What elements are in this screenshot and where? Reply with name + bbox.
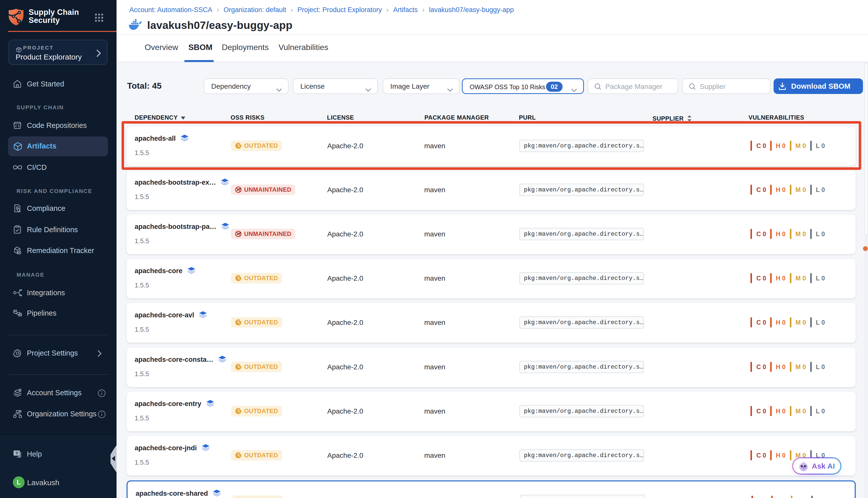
svg-text:?: ? [16,451,18,456]
